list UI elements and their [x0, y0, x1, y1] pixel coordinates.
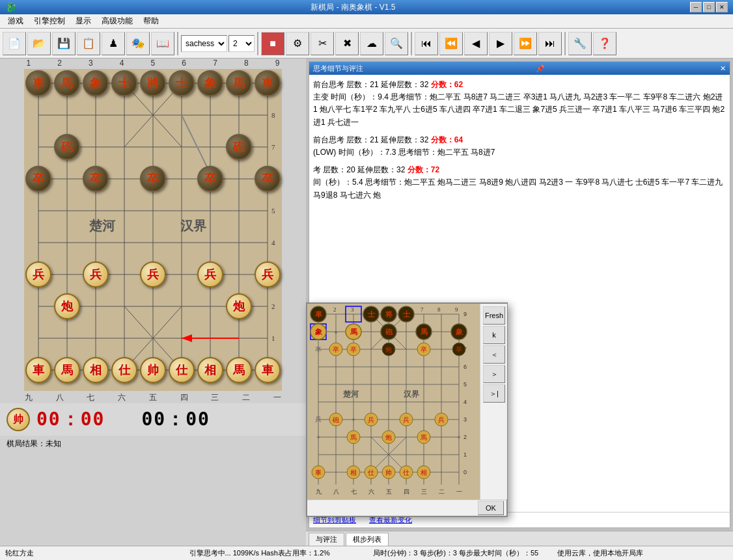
piece-red-advisor-1[interactable]: 仕: [111, 357, 137, 383]
toolbar-separator-4: [564, 32, 566, 55]
svg-text:2: 2: [271, 302, 275, 310]
goto-start-button[interactable]: ⏮: [415, 32, 438, 55]
mini-right-end-button[interactable]: ＞|: [483, 384, 505, 403]
maximize-button[interactable]: □: [703, 2, 715, 12]
svg-text:卒: 卒: [421, 346, 427, 353]
next-button[interactable]: ⏩: [514, 32, 537, 55]
svg-text:兵: 兵: [315, 416, 322, 423]
help-button[interactable]: ❓: [593, 32, 616, 55]
ok-button[interactable]: OK: [478, 501, 504, 515]
piece-black-rook-2[interactable]: 車: [255, 70, 281, 96]
piece-set-button[interactable]: ♟: [102, 32, 125, 55]
svg-text:馬: 馬: [420, 434, 427, 441]
pin-icon[interactable]: 📌: [536, 64, 545, 73]
piece-red-pawn-4[interactable]: 兵: [197, 261, 223, 287]
play-button[interactable]: ▶: [489, 32, 512, 55]
svg-text:馬: 馬: [350, 434, 357, 441]
piece-red-pawn-2[interactable]: 兵: [83, 261, 109, 287]
menu-advanced[interactable]: 高级功能: [96, 14, 138, 28]
tab-annotation[interactable]: 与评注: [309, 533, 344, 546]
piece-black-cannon-2[interactable]: 砲: [226, 134, 252, 160]
prev-button[interactable]: ◀: [464, 32, 488, 55]
k-button[interactable]: k: [483, 326, 505, 344]
svg-text:5: 5: [271, 207, 275, 215]
board-button[interactable]: 🎭: [126, 32, 150, 55]
svg-text:士: 士: [368, 310, 376, 318]
goto-end-button[interactable]: ⏭: [538, 32, 562, 55]
piece-red-knight-2[interactable]: 馬: [226, 357, 252, 383]
cloud-button[interactable]: ☁: [360, 32, 383, 55]
piece-black-pawn-5[interactable]: 卒: [255, 166, 281, 192]
piece-black-pawn-2[interactable]: 卒: [83, 166, 109, 192]
svg-text:2: 2: [463, 434, 467, 440]
engine-selector[interactable]: sachess: [181, 35, 227, 52]
piece-red-pawn-3[interactable]: 兵: [140, 261, 166, 287]
save-as-button[interactable]: 📋: [77, 32, 100, 55]
status-db: 使用云库，使用本地开局库: [557, 548, 728, 558]
piece-black-pawn-3[interactable]: 卒: [140, 166, 166, 192]
svg-text:砲: 砲: [385, 328, 393, 336]
piece-black-bishop-1[interactable]: 象: [83, 70, 109, 96]
piece-black-cannon-1[interactable]: 砲: [54, 134, 80, 160]
piece-red-bishop-2[interactable]: 相: [197, 357, 223, 383]
engine-button[interactable]: ⚙: [286, 32, 309, 55]
piece-black-pawn-4[interactable]: 卒: [197, 166, 223, 192]
svg-text:7: 7: [421, 306, 424, 313]
close-analysis-icon[interactable]: ✕: [720, 64, 726, 73]
svg-text:九: 九: [316, 488, 322, 495]
minimize-button[interactable]: ─: [690, 2, 702, 12]
fresh-button[interactable]: Fresh: [483, 306, 505, 325]
stop-button[interactable]: ■: [261, 32, 284, 55]
menu-game[interactable]: 游戏: [3, 14, 29, 28]
new-game-button[interactable]: 📄: [3, 32, 26, 55]
piece-black-knight-1[interactable]: 馬: [54, 70, 80, 96]
tabs-bar: 与评注 棋步列表: [306, 531, 733, 546]
svg-text:5: 5: [463, 381, 467, 388]
svg-text:三: 三: [421, 488, 427, 495]
piece-black-advisor-2[interactable]: 士: [169, 70, 195, 96]
mini-board-area[interactable]: 1 2 3 4 5 6 7 8 9: [307, 304, 480, 500]
open-button[interactable]: 📂: [27, 32, 51, 55]
svg-text:仕: 仕: [403, 469, 409, 476]
piece-black-knight-2[interactable]: 馬: [226, 70, 252, 96]
tab-movelist[interactable]: 棋步列表: [346, 533, 389, 546]
piece-black-rook-1[interactable]: 車: [25, 70, 51, 96]
mini-board-svg: 1 2 3 4 5 6 7 8 9: [307, 304, 480, 498]
search-button[interactable]: 🔍: [385, 32, 408, 55]
piece-red-pawn-5[interactable]: 兵: [255, 261, 281, 287]
svg-text:8: 8: [271, 111, 275, 119]
piece-red-rook-1[interactable]: 車: [25, 357, 51, 383]
piece-red-king[interactable]: 帅: [140, 357, 166, 383]
piece-red-knight-1[interactable]: 馬: [54, 357, 80, 383]
piece-black-pawn-1[interactable]: 卒: [25, 166, 51, 192]
svg-text:4: 4: [271, 239, 275, 247]
save-button[interactable]: 💾: [52, 32, 76, 55]
svg-text:八: 八: [333, 488, 339, 495]
piece-red-cannon-1[interactable]: 炮: [54, 293, 80, 319]
mini-board-overlay: 1 2 3 4 5 6 7 8 9: [306, 302, 508, 517]
mini-left-button[interactable]: ＜: [483, 345, 505, 364]
cross-button[interactable]: ✖: [335, 32, 359, 55]
svg-text:五: 五: [386, 488, 392, 495]
close-button[interactable]: ✕: [716, 2, 728, 12]
prev-fast-button[interactable]: ⏪: [439, 32, 463, 55]
menu-engine-control[interactable]: 引擎控制: [29, 14, 70, 28]
piece-red-cannon-2[interactable]: 炮: [226, 293, 252, 319]
menu-help[interactable]: 帮助: [138, 14, 164, 28]
piece-red-advisor-2[interactable]: 仕: [169, 357, 195, 383]
piece-black-king[interactable]: 將: [140, 70, 166, 96]
engine-num-selector[interactable]: 2: [228, 35, 255, 52]
piece-red-pawn-1[interactable]: 兵: [25, 261, 51, 287]
svg-text:6: 6: [463, 364, 467, 370]
copy-button[interactable]: ✂: [311, 32, 334, 55]
piece-red-bishop-1[interactable]: 相: [83, 357, 109, 383]
piece-red-rook-2[interactable]: 車: [255, 357, 281, 383]
piece-black-advisor-1[interactable]: 士: [111, 70, 137, 96]
piece-black-bishop-2[interactable]: 象: [197, 70, 223, 96]
menu-display[interactable]: 显示: [70, 14, 96, 28]
score-3: 分数：72: [408, 165, 439, 174]
svg-text:卒: 卒: [315, 346, 322, 353]
mini-right-button[interactable]: ＞: [483, 365, 505, 383]
settings-button[interactable]: 🔧: [568, 32, 592, 55]
book-button[interactable]: 📖: [151, 32, 174, 55]
